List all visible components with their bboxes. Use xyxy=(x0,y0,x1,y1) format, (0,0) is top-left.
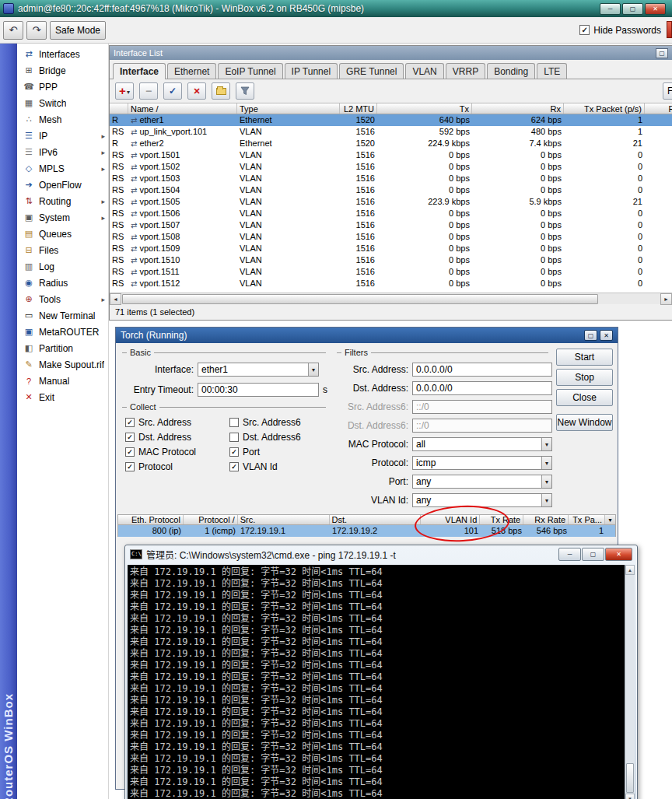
dropdown-arrow-icon[interactable] xyxy=(541,475,551,488)
interface-row[interactable]: RS⇄vport.1508VLAN15160 bps0 bps0 xyxy=(110,231,672,243)
close-button[interactable] xyxy=(645,3,666,15)
console-scrollbar[interactable]: ▲ ▼ xyxy=(625,565,635,799)
sidebar-item-queues[interactable]: ▤Queues xyxy=(17,226,108,242)
scroll-up-icon[interactable]: ▲ xyxy=(625,565,635,575)
sidebar-item-log[interactable]: ▥Log xyxy=(17,258,108,275)
torch-column-tx-pa[interactable]: Tx Pa... xyxy=(569,515,605,524)
collect-option-vlan-id[interactable]: ✓VLAN Id xyxy=(229,459,338,474)
interface-row[interactable]: R⇄ether2Ethernet1520224.9 kbps7.4 kbps21 xyxy=(110,138,672,149)
filter-input[interactable]: 0.0.0.0/0 xyxy=(412,363,552,377)
cmd-close-button[interactable] xyxy=(605,548,632,561)
find-button[interactable]: Find xyxy=(663,82,672,100)
sidebar-item-metarouter[interactable]: ▣MetaROUTER xyxy=(17,324,108,340)
torch-flow-row[interactable]: 800 (ip)1 (icmp)172.19.19.1172.19.19.210… xyxy=(117,525,616,537)
column-header-tx[interactable]: Tx xyxy=(377,103,472,114)
sidebar-item-radius[interactable]: ◉Radius xyxy=(17,275,108,291)
interface-row[interactable]: RS⇄vport.1502VLAN15160 bps0 bps0 xyxy=(110,161,672,173)
enable-button[interactable] xyxy=(163,82,182,100)
interface-row[interactable]: RS⇄vport.1509VLAN15160 bps0 bps0 xyxy=(110,243,672,254)
collect-option-src-address6[interactable]: Src. Address6 xyxy=(229,415,338,429)
column-header-rx-pac[interactable]: Rx Pac xyxy=(645,103,672,114)
sidebar-item-mesh[interactable]: ∴Mesh xyxy=(17,111,108,128)
filter-input[interactable]: ::/0 xyxy=(412,400,552,414)
checkbox-icon[interactable]: ✓ xyxy=(229,447,239,457)
tab-lte[interactable]: LTE xyxy=(537,63,567,79)
sidebar-item-switch[interactable]: ▦Switch xyxy=(17,95,108,111)
tab-ip-tunnel[interactable]: IP Tunnel xyxy=(285,63,338,79)
scroll-left-icon[interactable]: ◄ xyxy=(110,293,121,305)
sidebar-item-ip[interactable]: ☰IP▸ xyxy=(17,128,108,144)
checkbox-icon[interactable]: ✓ xyxy=(579,25,590,35)
stop-button[interactable]: Stop xyxy=(556,369,613,386)
column-header-type[interactable]: Type xyxy=(237,103,340,114)
collect-option-mac-protocol[interactable]: ✓MAC Protocol xyxy=(125,444,229,459)
interface-row[interactable]: RS⇄vport.1504VLAN15160 bps0 bps0 xyxy=(110,184,672,196)
sidebar-item-new-terminal[interactable]: ▭New Terminal xyxy=(17,307,108,324)
collect-option-protocol[interactable]: ✓Protocol xyxy=(125,459,229,474)
sidebar-item-routing[interactable]: ⇅Routing▸ xyxy=(17,193,108,209)
filter-input[interactable]: ::/0 xyxy=(412,419,552,433)
dropdown-arrow-icon[interactable] xyxy=(308,363,318,376)
filter-select[interactable]: all xyxy=(412,437,552,451)
sidebar-item-system[interactable]: ▣System▸ xyxy=(17,209,108,226)
checkbox-icon[interactable] xyxy=(229,433,239,442)
interface-row[interactable]: RS⇄vport.1505VLAN1516223.9 kbps5.9 kbps2… xyxy=(110,196,672,208)
tab-gre-tunnel[interactable]: GRE Tunnel xyxy=(339,63,404,79)
column-header-tx-packet-p-s[interactable]: Tx Packet (p/s) xyxy=(564,103,645,114)
window-restore-icon[interactable] xyxy=(656,48,668,58)
cmd-minimize-button[interactable] xyxy=(558,548,581,561)
remove-button[interactable] xyxy=(139,82,158,100)
torch-column-src[interactable]: Src. xyxy=(238,515,330,524)
scroll-down-icon[interactable]: ▼ xyxy=(625,794,635,799)
sidebar-item-files[interactable]: ⊟Files xyxy=(17,242,108,258)
console[interactable]: 来自 172.19.19.1 的回复: 字节=32 时间<1ms TTL=64来… xyxy=(128,565,625,799)
safe-mode-button[interactable]: Safe Mode xyxy=(50,21,106,40)
checkbox-icon[interactable] xyxy=(229,418,239,427)
tab-vlan[interactable]: VLAN xyxy=(405,63,443,79)
interface-row[interactable]: RS⇄vport.1511VLAN15160 bps0 bps0 xyxy=(110,266,672,278)
torch-column-rx-rate[interactable]: Rx Rate xyxy=(523,515,569,524)
column-header-name[interactable]: Name / xyxy=(128,103,237,114)
hide-passwords-toggle[interactable]: ✓ Hide Passwords xyxy=(579,25,661,36)
interface-row[interactable]: RS⇄vport.1506VLAN15160 bps0 bps0 xyxy=(110,208,672,219)
tab-interface[interactable]: Interface xyxy=(113,63,166,79)
collect-option-dst-address[interactable]: ✓Dst. Address xyxy=(125,429,229,444)
filter-select[interactable]: any xyxy=(412,493,552,507)
filter-button[interactable] xyxy=(236,82,254,100)
collect-option-port[interactable]: ✓Port xyxy=(229,444,338,459)
sidebar-item-ppp[interactable]: ☎PPP xyxy=(17,79,108,95)
close-icon[interactable] xyxy=(600,330,613,341)
restore-icon[interactable] xyxy=(584,330,597,341)
interface-row[interactable]: RS⇄vport.1507VLAN15160 bps0 bps0 xyxy=(110,219,672,231)
clipped-edge-button[interactable] xyxy=(667,21,672,38)
collect-option-src-address[interactable]: ✓Src. Address xyxy=(125,415,229,429)
sidebar-item-openflow[interactable]: ➔OpenFlow xyxy=(17,177,108,193)
torch-column-vlan-id[interactable]: VLAN Id xyxy=(421,515,480,524)
interface-list-titlebar[interactable]: Interface List xyxy=(110,46,672,60)
cmd-maximize-button[interactable] xyxy=(582,548,604,561)
sidebar-item-interfaces[interactable]: ⇄Interfaces xyxy=(17,46,108,62)
sidebar-item-tools[interactable]: ⊕Tools▸ xyxy=(17,291,108,307)
checkbox-icon[interactable]: ✓ xyxy=(125,462,135,471)
redo-button[interactable] xyxy=(26,21,47,40)
sidebar-item-exit[interactable]: ✕Exit xyxy=(17,389,108,405)
dropdown-arrow-icon[interactable] xyxy=(541,494,551,506)
filter-select[interactable]: any xyxy=(412,475,552,489)
interface-row[interactable]: RS⇄vport.1503VLAN15160 bps0 bps0 xyxy=(110,173,672,184)
disable-button[interactable] xyxy=(187,82,206,100)
undo-button[interactable] xyxy=(3,21,23,40)
tab-vrrp[interactable]: VRRP xyxy=(446,63,485,79)
collect-option-dst-address6[interactable]: Dst. Address6 xyxy=(229,429,338,444)
sidebar-item-ipv6[interactable]: ☰IPv6▸ xyxy=(17,144,108,160)
torch-column-tx-rate[interactable]: Tx Rate xyxy=(480,515,523,524)
interface-row[interactable]: RS⇄vport.1501VLAN15160 bps0 bps0 xyxy=(110,149,672,161)
entry-timeout-input[interactable]: 00:00:30 xyxy=(198,383,319,397)
cmd-titlebar[interactable]: C:\ 管理员: C:\Windows\system32\cmd.exe - p… xyxy=(125,545,637,563)
maximize-button[interactable] xyxy=(622,3,643,15)
sidebar-item-manual[interactable]: ?Manual xyxy=(17,373,108,389)
close-button[interactable]: Close xyxy=(556,389,613,406)
scrollbar-thumb[interactable] xyxy=(122,294,598,304)
tab-eoip-tunnel[interactable]: EoIP Tunnel xyxy=(218,63,282,79)
start-button[interactable]: Start xyxy=(556,349,613,366)
checkbox-icon[interactable]: ✓ xyxy=(229,462,239,471)
